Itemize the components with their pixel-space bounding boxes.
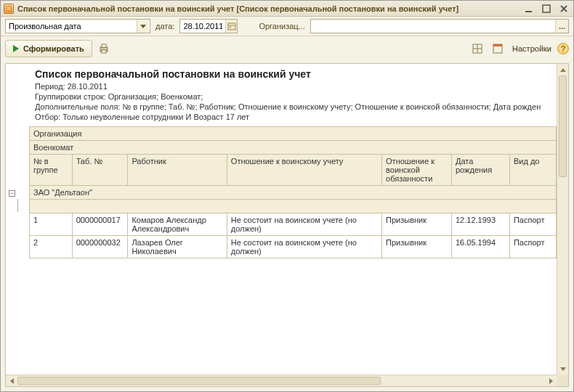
- cell-tab: 0000000017: [72, 213, 128, 236]
- svg-rect-9: [102, 50, 106, 53]
- window-title: Список первоначальной постановки на воин…: [17, 4, 518, 13]
- print-button[interactable]: [95, 40, 113, 57]
- section-organization: Организация: [30, 127, 557, 141]
- cell-mil-account: Не состоит на воинском учете (но должен): [227, 213, 381, 236]
- minimize-button[interactable]: [522, 3, 535, 14]
- cell-worker: Лазарев Олег Николаевич: [128, 236, 227, 258]
- cell-worker: Комаров Александр Александрович: [128, 213, 227, 236]
- date-input[interactable]: [180, 20, 225, 33]
- report-meta-extra: Дополнительные поля: № в группе; Таб. №;…: [29, 102, 557, 112]
- cell-num: 2: [30, 236, 73, 258]
- scroll-corner: [557, 375, 568, 386]
- calendar-button[interactable]: [225, 20, 237, 33]
- tree-gutter: −: [6, 64, 29, 363]
- cell-birth: 12.12.1993: [452, 213, 510, 236]
- cell-doc: Паспорт: [509, 213, 556, 236]
- help-button[interactable]: ?: [557, 43, 569, 54]
- settings-panel-button[interactable]: [489, 40, 506, 57]
- table-row: 1 0000000017 Комаров Александр Александр…: [30, 213, 557, 236]
- vertical-scroll-thumb[interactable]: [559, 75, 567, 177]
- generate-button-label: Сформировать: [23, 44, 84, 53]
- action-toolbar: Сформировать Настройки ?: [1, 36, 573, 61]
- grid-view-button[interactable]: [469, 40, 486, 57]
- col-mil-duty: Отношение к воинской обязанности: [382, 155, 452, 186]
- play-icon: [13, 45, 19, 52]
- svg-rect-6: [230, 27, 231, 28]
- maximize-button[interactable]: [540, 3, 553, 14]
- scroll-up-button[interactable]: [557, 64, 568, 75]
- organization-input[interactable]: [311, 20, 555, 33]
- close-button[interactable]: [557, 3, 570, 14]
- svg-line-2: [561, 6, 567, 12]
- svg-rect-1: [543, 5, 550, 12]
- organization-choose-button[interactable]: ...: [555, 20, 568, 33]
- col-num: № в группе: [30, 155, 73, 186]
- svg-line-3: [561, 6, 567, 12]
- generate-button[interactable]: Сформировать: [5, 40, 92, 57]
- chevron-down-icon: [140, 25, 146, 28]
- scroll-left-button[interactable]: [6, 375, 17, 386]
- group-row-commissariat[interactable]: [30, 200, 557, 213]
- parameter-toolbar: дата: Организац... ...: [1, 17, 573, 36]
- table-row: 2 0000000032 Лазарев Олег Николаевич Не …: [30, 236, 557, 258]
- titlebar: Список первоначальной постановки на воин…: [1, 1, 573, 17]
- chevron-up-icon: [560, 68, 566, 72]
- chevron-down-icon: [560, 367, 566, 371]
- horizontal-scroll-thumb[interactable]: [17, 377, 381, 385]
- cell-birth: 16.05.1994: [452, 236, 510, 258]
- group-row-org[interactable]: ЗАО "Дельтаон": [30, 186, 557, 200]
- horizontal-scrollbar[interactable]: [6, 375, 557, 386]
- report-title: Список первоначальной постановки на воин…: [29, 64, 557, 81]
- chevron-left-icon: [10, 378, 14, 384]
- col-doc: Вид до: [509, 155, 556, 186]
- grid-icon: [472, 44, 482, 54]
- ellipsis-icon: ...: [559, 22, 565, 30]
- report-meta-period: Период: 28.10.2011: [29, 81, 557, 91]
- period-mode-combo[interactable]: [5, 19, 150, 33]
- svg-rect-14: [493, 44, 502, 46]
- svg-rect-0: [525, 11, 532, 12]
- svg-rect-4: [228, 23, 235, 30]
- calendar-icon: [227, 22, 236, 30]
- scroll-down-button[interactable]: [557, 363, 568, 375]
- period-mode-dropdown-button[interactable]: [137, 20, 148, 33]
- report-meta-groupings: Группировки строк: Организация; Военкома…: [29, 91, 557, 102]
- tree-collapse-level1[interactable]: −: [9, 190, 15, 197]
- organization-field[interactable]: ...: [310, 19, 569, 33]
- cell-mil-duty: Призывник: [382, 236, 452, 258]
- settings-link[interactable]: Настройки: [512, 44, 551, 53]
- report-table: Организация Военкомат № в группе Таб. № …: [29, 126, 557, 258]
- org-label: Организац...: [256, 22, 307, 30]
- col-birth: Дата рождения: [452, 155, 510, 186]
- svg-rect-8: [102, 44, 106, 47]
- col-tab: Таб. №: [72, 155, 128, 186]
- date-field[interactable]: [179, 19, 238, 33]
- cell-num: 1: [30, 213, 73, 236]
- help-icon: ?: [561, 44, 566, 53]
- panel-icon: [493, 44, 503, 54]
- vertical-scrollbar[interactable]: [557, 64, 568, 375]
- section-commissariat: Военкомат: [30, 141, 557, 155]
- cell-tab: 0000000032: [72, 236, 128, 258]
- cell-mil-account: Не состоит на воинском учете (но должен): [227, 236, 381, 258]
- chevron-right-icon: [549, 378, 553, 384]
- printer-icon: [98, 43, 110, 54]
- cell-doc: Паспорт: [509, 236, 556, 258]
- scroll-right-button[interactable]: [545, 375, 557, 386]
- app-icon: [4, 4, 14, 14]
- col-worker: Работник: [128, 155, 227, 186]
- app-window: Список первоначальной постановки на воин…: [0, 0, 574, 392]
- date-label: дата:: [153, 22, 177, 30]
- report-area: − Список первоначальной постановки на во…: [5, 63, 569, 387]
- cell-mil-duty: Призывник: [382, 213, 452, 236]
- report-meta-filter: Отбор: Только неуволенные сотрудники И В…: [29, 112, 557, 122]
- col-mil-account: Отношение к воинскому учету: [227, 155, 381, 186]
- period-mode-input[interactable]: [6, 20, 137, 33]
